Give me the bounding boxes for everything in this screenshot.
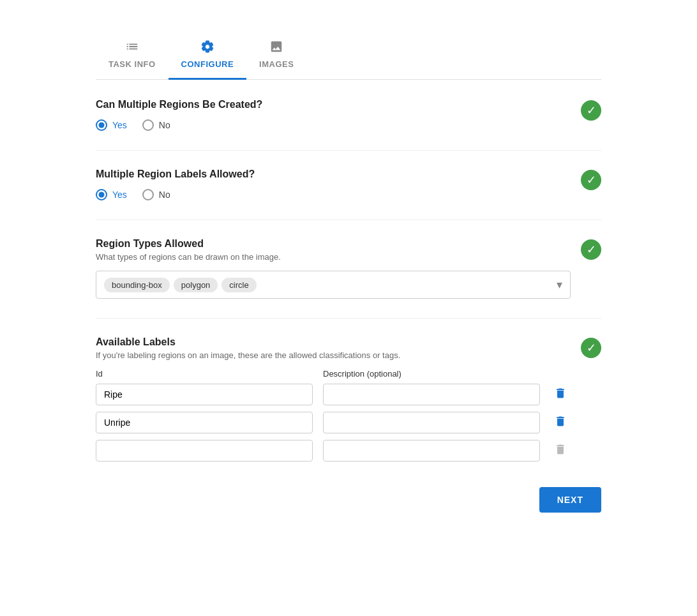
region-types-subtitle: What types of regions can be drawn on th… <box>96 252 571 262</box>
multiple-labels-check: ✓ <box>581 170 601 190</box>
multiple-labels-checkmark: ✓ <box>581 170 601 190</box>
label-row-1 <box>96 384 571 405</box>
region-types-checkmark: ✓ <box>581 239 601 260</box>
available-labels-title: Available Labels <box>96 336 571 348</box>
multiple-regions-checkmark: ✓ <box>581 100 601 121</box>
region-types-title: Region Types Allowed <box>96 238 571 250</box>
next-button[interactable]: NEXT <box>539 487 601 513</box>
available-labels-checkmark: ✓ <box>581 338 601 358</box>
multiple-labels-no-radio[interactable] <box>142 189 154 200</box>
tab-images[interactable]: IMAGES <box>246 32 306 80</box>
delete-label-3-button[interactable] <box>550 440 571 461</box>
tag-bounding-box: bounding-box <box>104 278 170 292</box>
description-column-header: Description (optional) <box>323 369 530 379</box>
tab-images-label: IMAGES <box>259 59 294 69</box>
label-row-2 <box>96 412 571 433</box>
configure-icon <box>200 40 214 56</box>
footer: NEXT <box>96 487 601 513</box>
multiple-labels-yes-label[interactable]: Yes <box>96 189 127 200</box>
id-column-header: Id <box>96 369 303 379</box>
tab-task-info-label: TASK INFO <box>109 59 156 69</box>
multiple-labels-content: Multiple Region Labels Allowed? Yes No <box>96 169 571 200</box>
delete-label-1-button[interactable] <box>550 384 571 405</box>
label-id-input-1[interactable] <box>96 384 313 405</box>
region-types-check: ✓ <box>581 239 601 260</box>
available-labels-subtitle: If you're labeling regions on an image, … <box>96 350 571 360</box>
region-types-tags: bounding-box polygon circle <box>104 278 551 292</box>
images-icon <box>269 40 283 56</box>
multiple-labels-title: Multiple Region Labels Allowed? <box>96 169 571 180</box>
trash-icon-2 <box>554 415 567 431</box>
label-row-3 <box>96 440 571 462</box>
multiple-regions-no-radio[interactable] <box>142 119 154 131</box>
multiple-regions-title: Can Multiple Regions Be Created? <box>96 99 571 110</box>
multiple-labels-yes-radio[interactable] <box>96 189 107 200</box>
dropdown-arrow-icon: ▾ <box>557 278 562 292</box>
labels-column-headers: Id Description (optional) <box>96 369 571 379</box>
label-desc-input-3[interactable] <box>323 440 540 462</box>
label-id-input-2[interactable] <box>96 412 313 433</box>
multiple-regions-radio-group: Yes No <box>96 119 571 131</box>
multiple-labels-no-label[interactable]: No <box>142 189 170 200</box>
tab-task-info[interactable]: TASK INFO <box>96 32 169 80</box>
multiple-regions-yes-radio[interactable] <box>96 119 107 131</box>
multiple-labels-radio-group: Yes No <box>96 189 571 200</box>
available-labels-section: Available Labels If you're labeling regi… <box>96 336 601 468</box>
tab-bar: TASK INFO CONFIGURE IMAGES <box>96 0 601 80</box>
tag-circle: circle <box>221 278 256 292</box>
available-labels-content: Available Labels If you're labeling regi… <box>96 336 571 468</box>
tag-polygon: polygon <box>174 278 218 292</box>
available-labels-check: ✓ <box>581 338 601 358</box>
multiple-regions-check: ✓ <box>581 100 601 121</box>
tab-configure-label: CONFIGURE <box>181 59 234 69</box>
label-id-input-3[interactable] <box>96 440 313 462</box>
task-info-icon <box>125 40 139 56</box>
label-desc-input-1[interactable] <box>323 384 540 405</box>
multiple-labels-section: Multiple Region Labels Allowed? Yes No ✓ <box>96 169 601 200</box>
trash-icon-1 <box>554 387 567 403</box>
region-types-multiselect[interactable]: bounding-box polygon circle ▾ <box>96 271 571 299</box>
label-desc-input-2[interactable] <box>323 412 540 433</box>
region-types-content: Region Types Allowed What types of regio… <box>96 238 571 299</box>
region-types-section: Region Types Allowed What types of regio… <box>96 238 601 299</box>
delete-label-2-button[interactable] <box>550 412 571 433</box>
multiple-regions-content: Can Multiple Regions Be Created? Yes No <box>96 99 571 131</box>
multiple-regions-no-label[interactable]: No <box>142 119 170 131</box>
trash-icon-3 <box>554 443 567 459</box>
tab-configure[interactable]: CONFIGURE <box>169 32 247 80</box>
multiple-regions-section: Can Multiple Regions Be Created? Yes No … <box>96 99 601 131</box>
multiple-regions-yes-label[interactable]: Yes <box>96 119 127 131</box>
